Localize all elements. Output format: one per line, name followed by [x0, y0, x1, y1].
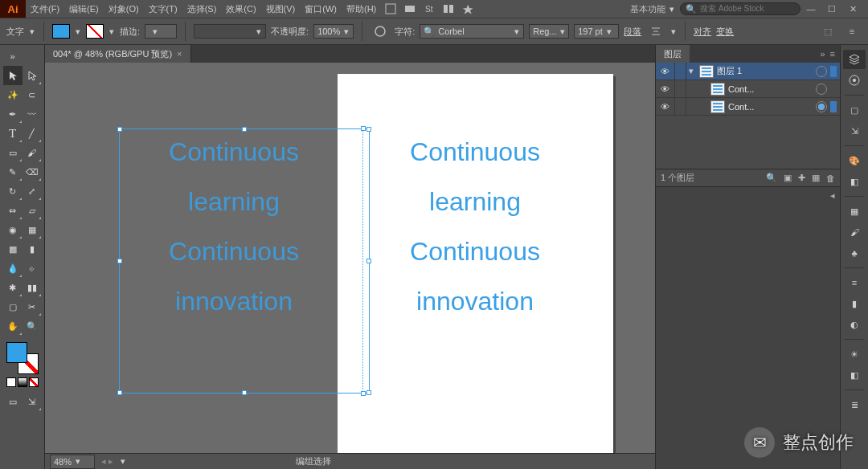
layer-row[interactable]: 👁 Cont...	[656, 80, 840, 98]
arrange-docs-icon[interactable]	[440, 1, 457, 17]
brush-definition[interactable]: ▾	[194, 24, 266, 39]
brushes-rail-icon[interactable]: 🖌	[843, 222, 866, 242]
menu-object[interactable]: 对象(O)	[104, 0, 144, 18]
recolor-icon[interactable]	[372, 23, 388, 39]
symbols-rail-icon[interactable]: ♣	[843, 243, 866, 263]
isolate-group-icon[interactable]: ⬚	[820, 23, 836, 39]
layer-name[interactable]: Cont...	[728, 84, 813, 94]
align-center-icon[interactable]	[648, 23, 664, 39]
cloud-docs-icon[interactable]	[383, 1, 399, 17]
layer-name[interactable]: 图层 1	[717, 65, 813, 77]
color-guide-rail-icon[interactable]: ◧	[843, 172, 866, 191]
symbol-sprayer-tool[interactable]: ✱	[3, 278, 23, 297]
text-object-left[interactable]: Continuous learning Continuous innovatio…	[125, 127, 342, 326]
new-layer-icon[interactable]: ▦	[812, 173, 820, 183]
color-mode-gradient[interactable]	[18, 377, 27, 387]
font-style-input[interactable]: Reg...▾	[529, 24, 569, 39]
column-graph-tool[interactable]: ▮▮	[23, 278, 42, 297]
stroke-rail-icon[interactable]: ≡	[843, 273, 866, 292]
layers-tab[interactable]: 图层	[656, 45, 690, 63]
align-rail-icon[interactable]: ≣	[843, 395, 866, 414]
type-tool[interactable]: T	[3, 124, 23, 143]
free-transform-tool[interactable]: ▱	[23, 201, 42, 220]
tool-preset-dropdown[interactable]: ▾	[29, 28, 35, 35]
shape-builder-tool[interactable]: ◉	[3, 220, 23, 239]
mesh-tool[interactable]: ▩	[3, 239, 23, 259]
hand-tool[interactable]: ✋	[3, 316, 23, 336]
locate-object-icon[interactable]: 🔍	[766, 173, 777, 183]
paragraph-label[interactable]: 段落	[624, 26, 641, 38]
window-close[interactable]: ✕	[842, 1, 863, 17]
layer-row[interactable]: 👁 Cont...	[656, 98, 840, 116]
gradient-tool[interactable]: ▮	[23, 239, 42, 259]
fill-swatch[interactable]	[52, 24, 70, 39]
close-tab-icon[interactable]: ×	[177, 49, 182, 59]
document-tab[interactable]: 004* @ 48% (RGB/GPU 预览) ×	[45, 45, 191, 63]
stroke-dropdown[interactable]: ▾	[108, 28, 115, 35]
panel-menu-icon[interactable]: ≡	[830, 49, 835, 59]
menu-effect[interactable]: 效果(C)	[221, 0, 260, 18]
visibility-toggle[interactable]: 👁	[656, 98, 675, 116]
lock-toggle[interactable]	[675, 98, 686, 116]
rotate-tool[interactable]: ↻	[3, 181, 23, 201]
delete-layer-icon[interactable]: 🗑	[826, 173, 835, 183]
visibility-toggle[interactable]: 👁	[656, 80, 675, 98]
panel-collapse-icon[interactable]: ◂	[830, 190, 835, 201]
target-icon[interactable]	[816, 84, 827, 95]
transform-panel-label[interactable]: 变换	[716, 26, 734, 38]
bridge-icon[interactable]	[402, 1, 418, 17]
menu-type[interactable]: 文字(T)	[144, 0, 182, 18]
fill-dropdown[interactable]: ▾	[75, 28, 81, 35]
width-tool[interactable]: ⇔	[3, 201, 23, 220]
menu-window[interactable]: 窗口(W)	[300, 0, 342, 18]
layer-name[interactable]: Cont...	[728, 102, 813, 112]
panel-collapse-icon[interactable]: »	[820, 49, 825, 59]
swatches-rail-icon[interactable]: ▦	[843, 202, 866, 221]
artboard-tool[interactable]: ▢	[3, 297, 23, 316]
para-align-dropdown[interactable]: ▾	[670, 28, 677, 35]
font-size-input[interactable]: 197 pt▾	[574, 24, 619, 39]
fill-color-swatch[interactable]	[6, 342, 27, 363]
color-mode-none[interactable]	[29, 377, 39, 387]
lock-toggle[interactable]	[675, 63, 686, 80]
target-icon[interactable]	[816, 66, 827, 77]
panel-menu-icon[interactable]: ≡	[844, 23, 860, 39]
shaper-tool[interactable]: ✎	[3, 162, 23, 181]
selection-tool[interactable]	[3, 66, 23, 85]
menu-view[interactable]: 视图(V)	[261, 0, 301, 18]
stroke-weight-input[interactable]: ▾	[145, 24, 177, 39]
color-rail-icon[interactable]: 🎨	[843, 151, 866, 170]
menu-file[interactable]: 文件(F)	[26, 0, 64, 18]
layer-row[interactable]: 👁 ▾ 图层 1	[656, 63, 840, 80]
stroke-swatch[interactable]	[86, 24, 104, 39]
blend-tool[interactable]: ⟐	[23, 259, 42, 278]
libraries-rail-icon[interactable]	[843, 71, 866, 90]
gpu-icon[interactable]	[460, 1, 476, 17]
target-icon[interactable]	[816, 101, 827, 112]
visibility-toggle[interactable]: 👁	[656, 63, 675, 80]
menu-help[interactable]: 帮助(H)	[342, 0, 381, 18]
opacity-input[interactable]: 100%▾	[313, 24, 354, 39]
workspace-switcher[interactable]: 基本功能 ▾	[625, 3, 680, 15]
perspective-grid-tool[interactable]: ▦	[23, 220, 42, 239]
appearance-rail-icon[interactable]: ☀	[843, 345, 866, 364]
menu-select[interactable]: 选择(S)	[182, 0, 222, 18]
stock-icon[interactable]: St	[421, 1, 437, 17]
slice-tool[interactable]: ✂	[23, 297, 42, 316]
create-sublayer-icon[interactable]: ✚	[798, 173, 805, 183]
stock-search-input[interactable]: 🔍 搜索 Adobe Stock	[680, 2, 800, 15]
rectangle-tool[interactable]: ▭	[3, 143, 23, 162]
gradient-rail-icon[interactable]: ▮	[843, 294, 866, 313]
menu-edit[interactable]: 编辑(E)	[64, 0, 104, 18]
scale-tool[interactable]: ⤢	[23, 181, 42, 201]
window-minimize[interactable]: —	[800, 1, 821, 17]
curvature-tool[interactable]: 〰	[23, 104, 42, 124]
screen-mode-normal[interactable]: ▭	[3, 392, 23, 411]
pen-tool[interactable]: ✒	[3, 104, 23, 124]
window-maximize[interactable]: ☐	[821, 1, 842, 17]
zoom-tool[interactable]: 🔍	[23, 316, 42, 336]
layers-rail-icon[interactable]	[843, 50, 866, 69]
artboards-rail-icon[interactable]: ▢	[843, 100, 866, 120]
zoom-level-input[interactable]: 48%▾	[50, 455, 95, 469]
transparency-rail-icon[interactable]: ◐	[843, 315, 866, 334]
